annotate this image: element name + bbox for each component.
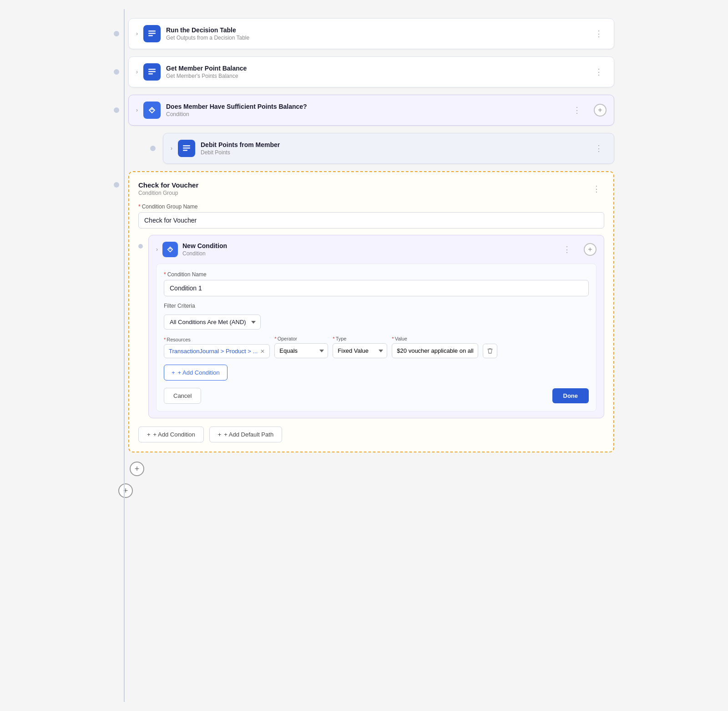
svg-rect-5 xyxy=(148,73,153,75)
filter-criteria-label: Filter Criteria xyxy=(164,303,589,309)
add-condition-bottom-btn[interactable]: + + Add Condition xyxy=(138,427,204,442)
step-icon-run-decision-table xyxy=(143,25,161,42)
svg-rect-0 xyxy=(148,30,156,32)
add-inner-condition-plus: + xyxy=(172,369,175,376)
step-menu-get-member[interactable]: ⋮ xyxy=(591,65,607,79)
filter-criteria-select[interactable]: All Conditions Are Met (AND) Any Conditi… xyxy=(164,315,261,330)
step-run-decision-table: › Run the Decision Table Get Outputs fro… xyxy=(114,18,614,49)
operator-select[interactable]: Equals Not Equals Contains Greater Than … xyxy=(274,343,328,358)
step-get-member-point-balance: › Get Member Point Balance Get Member's … xyxy=(114,56,614,87)
criteria-row: * Resources TransactionJournal > Product… xyxy=(164,336,589,358)
add-default-path-btn[interactable]: + + Add Default Path xyxy=(209,427,282,442)
inner-condition-icon xyxy=(162,242,178,257)
condition-group-menu[interactable]: ⋮ xyxy=(589,182,604,196)
type-label: * Type xyxy=(333,336,387,341)
delete-criteria-btn[interactable] xyxy=(483,344,497,358)
svg-rect-8 xyxy=(183,150,187,151)
done-button[interactable]: Done xyxy=(552,388,589,403)
inner-chevron[interactable]: › xyxy=(156,246,158,253)
value-input[interactable] xyxy=(392,343,478,358)
add-default-path-plus-icon: + xyxy=(218,431,222,438)
step-menu-run-decision-table[interactable]: ⋮ xyxy=(591,27,607,41)
inner-add-circle[interactable]: + xyxy=(584,243,597,256)
add-step-outer-circle[interactable]: + xyxy=(118,483,133,498)
add-step-bottom-circle[interactable]: + xyxy=(130,462,144,476)
chevron-right-icon-2[interactable]: › xyxy=(136,69,138,75)
chevron-right-icon-debit[interactable]: › xyxy=(171,145,172,152)
step-subtitle-condition: Condition xyxy=(166,111,307,117)
step-subtitle-get-member: Get Member's Points Balance xyxy=(166,73,247,79)
filter-row: All Conditions Are Met (AND) Any Conditi… xyxy=(164,315,589,330)
step-menu-debit[interactable]: ⋮ xyxy=(591,142,607,155)
condition-name-field: * Condition Name xyxy=(164,271,589,296)
add-inner-condition-btn[interactable]: + + Add Condition xyxy=(164,365,228,381)
inner-card-left: › New Condition Condition xyxy=(156,242,227,257)
add-inner-condition-label: + Add Condition xyxy=(178,369,220,376)
condition-group-name: Check for Voucher xyxy=(138,181,198,189)
inner-condition-title: New Condition xyxy=(182,242,227,249)
step-icon-debit xyxy=(178,140,195,157)
cancel-button[interactable]: Cancel xyxy=(164,388,201,404)
condition-group-subtitle: Condition Group xyxy=(138,190,198,196)
condition-group-header: Check for Voucher Condition Group ⋮ xyxy=(138,181,604,196)
svg-rect-2 xyxy=(148,35,153,36)
condition-name-label: * Condition Name xyxy=(164,271,589,278)
step-text-debit: Debit Points from Member Debit Points xyxy=(201,141,280,156)
svg-rect-7 xyxy=(183,147,190,149)
inner-card-body: * Condition Name Filter Criteria xyxy=(156,264,597,411)
svg-rect-1 xyxy=(148,33,156,34)
step-does-member-have-sufficient: › Does Member Have Sufficient Points Bal… xyxy=(114,95,614,126)
condition-group-box: Check for Voucher Condition Group ⋮ * Co… xyxy=(128,171,614,452)
step-text-condition: Does Member Have Sufficient Points Balan… xyxy=(166,103,307,117)
inner-condition-card: › New Condition Condition xyxy=(148,235,604,418)
action-row: Cancel Done xyxy=(164,388,589,404)
step-text-run-decision-table: Run the Decision Table Get Outputs from … xyxy=(166,26,249,41)
step-title-get-member: Get Member Point Balance xyxy=(166,65,247,72)
operator-label: * Operator xyxy=(274,336,328,341)
type-select[interactable]: Fixed Value Variable xyxy=(333,343,387,358)
step-icon-condition xyxy=(143,102,161,119)
condition-group-title: Check for Voucher Condition Group xyxy=(138,181,198,196)
condition-group-name-label: * Condition Group Name xyxy=(138,203,604,210)
add-condition-plus-icon: + xyxy=(147,431,151,438)
condition-group-container: Check for Voucher Condition Group ⋮ * Co… xyxy=(114,171,614,452)
condition-group-dot xyxy=(114,182,119,188)
inner-condition-wrapper: › New Condition Condition xyxy=(148,235,604,418)
add-default-path-label: + Add Default Path xyxy=(224,431,273,438)
condition-name-input[interactable] xyxy=(164,280,589,296)
resources-label: * Resources xyxy=(164,337,270,342)
inner-condition-text: New Condition Condition xyxy=(182,242,227,257)
step-card-condition: › Does Member Have Sufficient Points Bal… xyxy=(128,95,614,126)
step-menu-condition[interactable]: ⋮ xyxy=(569,103,585,117)
step-title-debit: Debit Points from Member xyxy=(201,141,280,148)
bottom-actions: + + Add Condition + + Add Default Path xyxy=(138,427,604,442)
inner-condition-row: › New Condition Condition xyxy=(138,235,604,418)
inner-dot xyxy=(138,244,143,249)
step-dot-1 xyxy=(114,31,119,36)
step-icon-get-member xyxy=(143,63,161,81)
resource-tag: TransactionJournal > Product > ... ✕ xyxy=(164,344,270,358)
step-dot-2 xyxy=(114,69,119,75)
type-field: * Type Fixed Value Variable xyxy=(333,336,387,358)
chevron-right-icon-3[interactable]: › xyxy=(136,107,138,113)
svg-rect-4 xyxy=(148,71,156,72)
chevron-right-icon[interactable]: › xyxy=(136,30,138,37)
step-card-run-decision-table: › Run the Decision Table Get Outputs fro… xyxy=(128,18,614,49)
value-field: * Value xyxy=(392,336,478,358)
inner-card-header: › New Condition Condition xyxy=(156,242,597,257)
add-step-circle[interactable]: + xyxy=(594,104,607,117)
step-card-get-member: › Get Member Point Balance Get Member's … xyxy=(128,56,614,87)
resource-tag-text: TransactionJournal > Product > ... xyxy=(169,348,258,355)
resource-tag-close[interactable]: ✕ xyxy=(260,348,265,355)
add-condition-bottom-label: + Add Condition xyxy=(153,431,195,438)
step-card-debit: › Debit Points from Member Debit Points … xyxy=(163,133,614,164)
step-dot-3 xyxy=(114,107,119,113)
resources-field: * Resources TransactionJournal > Product… xyxy=(164,337,270,358)
svg-rect-3 xyxy=(148,69,156,70)
bottom-circle-row: + xyxy=(114,462,614,476)
step-dot-debit xyxy=(150,146,156,151)
inner-card-menu[interactable]: ⋮ xyxy=(559,243,575,256)
condition-group-name-input[interactable] xyxy=(138,212,604,229)
svg-rect-6 xyxy=(183,145,190,147)
step-title-run-decision-table: Run the Decision Table xyxy=(166,26,249,34)
